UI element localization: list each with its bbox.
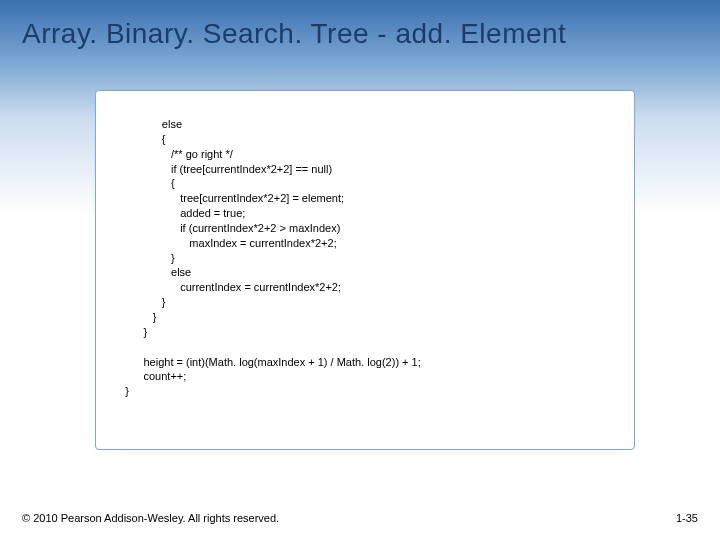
code-container: else { /** go right */ if (tree[currentI…	[95, 90, 635, 450]
page-number: 1-35	[676, 512, 698, 524]
code-block: else { /** go right */ if (tree[currentI…	[116, 117, 614, 399]
slide-title: Array. Binary. Search. Tree - add. Eleme…	[0, 0, 720, 50]
copyright-text: © 2010 Pearson Addison-Wesley. All right…	[22, 512, 279, 524]
